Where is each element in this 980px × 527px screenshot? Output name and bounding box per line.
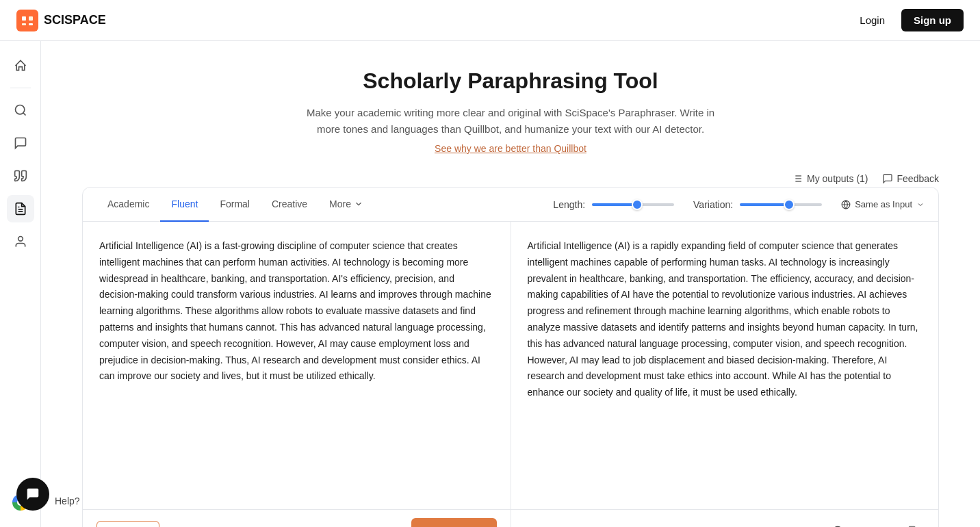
language-label: Same as Input — [855, 199, 912, 209]
tab-creative[interactable]: Creative — [261, 188, 318, 222]
svg-line-6 — [23, 113, 25, 116]
svg-point-5 — [15, 105, 24, 114]
variation-control: Variation: — [693, 199, 822, 210]
tabs-controls: Length: Variation: — [553, 199, 925, 210]
header: SCISPACE Login Sign up — [0, 0, 980, 41]
logo[interactable]: SCISPACE — [16, 10, 106, 31]
page-title: Scholarly Paraphrasing Tool — [82, 68, 939, 94]
sidebar-item-quote[interactable] — [7, 162, 34, 190]
login-button[interactable]: Login — [851, 9, 893, 31]
sidebar-item-chat[interactable] — [7, 129, 34, 157]
tabs-bar: Academic Fluent Formal Creative More — [83, 188, 938, 222]
input-text[interactable]: Artificial Intelligence (AI) is a fast-g… — [99, 238, 494, 385]
svg-rect-4 — [29, 23, 33, 25]
svg-rect-2 — [29, 16, 33, 21]
tab-more[interactable]: More — [318, 188, 374, 222]
input-actions: New input 105/150 words Rephrase — [83, 510, 511, 527]
svg-rect-3 — [22, 23, 26, 25]
tab-academic[interactable]: Academic — [96, 188, 160, 222]
input-panel: Artificial Intelligence (AI) is a fast-g… — [83, 222, 511, 509]
sidebar-divider — [10, 88, 31, 88]
outputs-icon — [792, 173, 803, 184]
signup-button[interactable]: Sign up — [901, 9, 964, 31]
chat-support-button[interactable] — [16, 478, 49, 511]
new-input-button[interactable]: New input — [96, 521, 159, 527]
header-actions: Login Sign up — [851, 9, 964, 31]
sidebar-item-document[interactable] — [7, 195, 34, 222]
output-panel: Artificial Intelligence (AI) is a rapidl… — [511, 222, 939, 509]
sidebar-item-search[interactable] — [7, 97, 34, 124]
length-slider[interactable] — [592, 203, 674, 206]
language-chevron-icon — [916, 201, 925, 209]
language-selector[interactable]: Same as Input — [841, 199, 925, 209]
svg-point-9 — [18, 237, 23, 242]
output-text: Artificial Intelligence (AI) is a rapidl… — [528, 238, 923, 401]
my-outputs-button[interactable]: My outputs (1) — [792, 173, 868, 184]
quillbot-comparison-link[interactable]: See why we are better than Quillbot — [82, 143, 939, 154]
chat-bubble-icon — [25, 487, 40, 502]
feedback-label: Feedback — [897, 173, 939, 184]
tab-formal[interactable]: Formal — [209, 188, 261, 222]
svg-rect-1 — [22, 16, 26, 21]
tab-fluent[interactable]: Fluent — [160, 188, 209, 222]
logo-icon — [16, 10, 38, 31]
panels: Artificial Intelligence (AI) is a fast-g… — [83, 222, 938, 509]
feedback-icon — [882, 173, 893, 184]
page-subtitle: Make your academic writing more clear an… — [82, 105, 939, 138]
variation-slider[interactable] — [740, 203, 822, 206]
svg-rect-0 — [16, 10, 38, 31]
globe-icon — [841, 200, 851, 209]
help-label[interactable]: Help? — [55, 496, 80, 506]
paraphrase-card: Academic Fluent Formal Creative More — [82, 187, 939, 527]
chevron-down-icon — [354, 199, 363, 209]
sidebar — [0, 41, 41, 527]
bottom-bar: New input 105/150 words Rephrase 120 wor… — [83, 509, 938, 527]
variation-label: Variation: — [693, 199, 733, 210]
feedback-button[interactable]: Feedback — [882, 173, 939, 184]
sidebar-item-home[interactable] — [7, 52, 34, 79]
logo-text: SCISPACE — [44, 13, 106, 27]
sidebar-item-person[interactable] — [7, 228, 34, 255]
rephrase-button[interactable]: Rephrase — [411, 518, 496, 527]
output-actions: 120 words AI detection — [511, 510, 939, 527]
main-content: Scholarly Paraphrasing Tool Make your ac… — [41, 41, 980, 527]
copy-button[interactable] — [903, 520, 925, 528]
layout: Scholarly Paraphrasing Tool Make your ac… — [0, 41, 980, 527]
length-label: Length: — [553, 199, 585, 210]
my-outputs-label: My outputs (1) — [807, 173, 868, 184]
length-control: Length: — [553, 199, 674, 210]
toolbar: My outputs (1) Feedback — [82, 173, 939, 184]
